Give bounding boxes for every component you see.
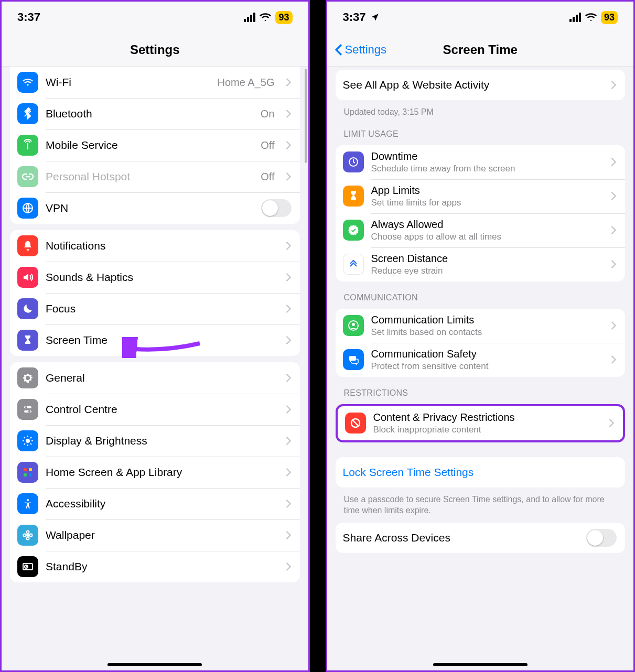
display-brightness-row[interactable]: Display & Brightness (10, 425, 300, 457)
svg-rect-9 (29, 473, 32, 476)
focus-row[interactable]: Focus (10, 293, 300, 324)
chevron-right-icon (285, 78, 292, 87)
notifications-label: Notifications (46, 240, 278, 252)
bluetooth-value: On (261, 108, 275, 120)
chevron-right-icon (610, 355, 617, 364)
content-privacy-row[interactable]: Content & Privacy Restrictions Block ina… (338, 406, 623, 440)
screen-distance-row[interactable]: Screen Distance Reduce eye strain (336, 247, 626, 281)
svg-point-13 (27, 537, 29, 540)
standby-row[interactable]: StandBy (10, 551, 300, 582)
standby-label: StandBy (46, 560, 278, 573)
always-allowed-label: Always Allowed (371, 219, 604, 231)
svg-point-15 (30, 534, 33, 537)
share-devices-label: Share Across Devices (343, 532, 579, 544)
antenna-icon (17, 135, 38, 156)
svg-point-5 (26, 439, 30, 443)
downtime-label: Downtime (371, 150, 604, 162)
chevron-right-icon (285, 436, 292, 446)
bluetooth-row[interactable]: Bluetooth On (10, 98, 300, 129)
battery-indicator: 93 (275, 11, 292, 24)
sounds-label: Sounds & Haptics (46, 271, 278, 284)
general-row[interactable]: General (10, 362, 300, 394)
chevron-right-icon (285, 405, 292, 414)
status-time: 3:37 (343, 10, 366, 24)
activity-updated-footer: Updated today, 3:15 PM (344, 106, 617, 118)
status-bar: 3:37 93 (327, 2, 634, 33)
restrictions-group: Content & Privacy Restrictions Block ina… (336, 404, 626, 442)
link-icon (17, 166, 38, 187)
wifi-icon (17, 72, 38, 93)
back-label: Settings (345, 43, 387, 57)
bluetooth-label: Bluetooth (46, 107, 253, 120)
status-time: 3:37 (17, 10, 40, 24)
svg-rect-8 (24, 473, 27, 476)
wifi-icon (260, 13, 271, 22)
home-screen-row[interactable]: Home Screen & App Library (10, 457, 300, 488)
control-centre-row[interactable]: Control Centre (10, 394, 300, 425)
share-devices-toggle[interactable] (586, 529, 617, 547)
location-icon (370, 13, 380, 22)
sun-icon (17, 430, 38, 451)
svg-point-10 (27, 499, 29, 501)
wifi-row[interactable]: Wi-Fi Home A_5G (10, 67, 300, 98)
scrollbar[interactable] (305, 69, 307, 163)
communication-limits-row[interactable]: Communication Limits Set limits based on… (336, 309, 626, 343)
sounds-haptics-row[interactable]: Sounds & Haptics (10, 262, 300, 293)
personal-hotspot-label: Personal Hotspot (46, 170, 253, 183)
communication-limits-sub: Set limits based on contacts (371, 327, 604, 338)
chevron-right-icon (285, 335, 292, 345)
general-label: General (46, 372, 278, 384)
chevron-right-icon (285, 468, 292, 477)
chevron-right-icon (610, 157, 617, 167)
wifi-icon (585, 13, 597, 22)
mobile-service-value: Off (261, 139, 274, 151)
svg-point-3 (25, 406, 27, 408)
home-indicator[interactable] (107, 663, 202, 666)
svg-rect-6 (24, 468, 27, 471)
lock-screen-time-label: Lock Screen Time Settings (343, 466, 617, 479)
wallpaper-row[interactable]: Wallpaper (10, 519, 300, 551)
chevron-right-icon (608, 418, 615, 428)
communication-safety-label: Communication Safety (371, 348, 604, 360)
vpn-toggle[interactable] (261, 199, 292, 217)
status-bar: 3:37 93 (2, 2, 308, 33)
lock-footer: Use a passcode to secure Screen Time set… (344, 494, 617, 516)
bluetooth-icon (17, 103, 38, 124)
limit-usage-group: Downtime Schedule time away from the scr… (336, 145, 626, 281)
home-indicator[interactable] (433, 663, 528, 666)
app-limits-row[interactable]: App Limits Set time limits for apps (336, 179, 626, 213)
back-button[interactable]: Settings (335, 43, 387, 57)
nav-bar: Settings (2, 33, 308, 67)
checkmark-seal-icon (343, 220, 364, 241)
person-circle-icon (343, 315, 364, 336)
downtime-row[interactable]: Downtime Schedule time away from the scr… (336, 145, 626, 179)
nav-bar: Settings Screen Time (327, 33, 634, 67)
mobile-service-row[interactable]: Mobile Service Off (10, 129, 300, 161)
chevron-right-icon (285, 172, 292, 181)
lock-screen-time-row[interactable]: Lock Screen Time Settings (336, 457, 626, 487)
svg-point-4 (28, 410, 30, 413)
communication-header: Communication (344, 293, 617, 302)
see-all-activity-row[interactable]: See All App & Website Activity (336, 70, 626, 100)
vpn-row[interactable]: VPN (10, 192, 300, 224)
screen-distance-sub: Reduce eye strain (371, 266, 604, 276)
vpn-label: VPN (46, 202, 254, 214)
chevron-left-icon (335, 44, 343, 56)
personal-hotspot-row[interactable]: Personal Hotspot Off (10, 161, 300, 192)
bell-icon (17, 235, 38, 256)
accessibility-label: Accessibility (46, 497, 278, 510)
accessibility-icon (17, 493, 38, 514)
screen-time-row[interactable]: Screen Time (10, 324, 300, 356)
always-allowed-row[interactable]: Always Allowed Choose apps to allow at a… (336, 213, 626, 247)
screen-time-screenshot: 3:37 93 Settings Screen Time (326, 0, 636, 672)
chevron-right-icon (610, 321, 617, 330)
svg-point-12 (27, 531, 29, 534)
clock-icon (17, 556, 38, 577)
communication-safety-row[interactable]: Communication Safety Protect from sensit… (336, 343, 626, 377)
lock-group: Lock Screen Time Settings (336, 457, 626, 487)
accessibility-row[interactable]: Accessibility (10, 488, 300, 519)
screen-distance-label: Screen Distance (371, 253, 604, 265)
chevron-right-icon (610, 191, 617, 201)
share-devices-row[interactable]: Share Across Devices (336, 523, 626, 553)
notifications-row[interactable]: Notifications (10, 230, 300, 262)
